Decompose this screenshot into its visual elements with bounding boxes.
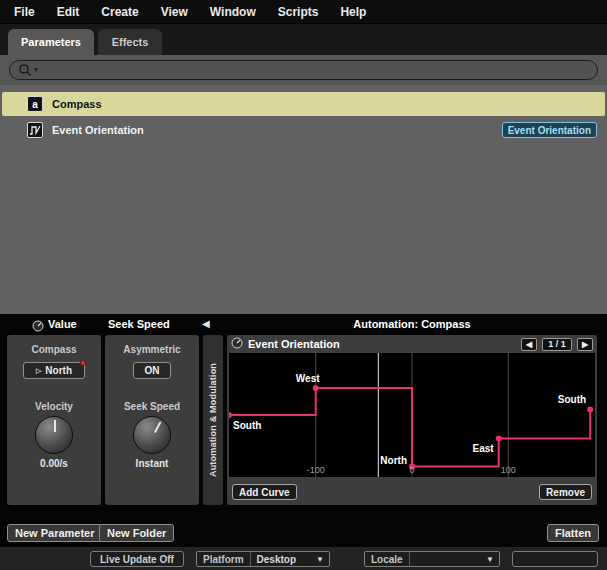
fmod-studio-window: FileEditCreateViewWindowScriptsHelp Para… (0, 0, 607, 570)
compass-value-panel: Compass ▷ North Velocity 0.00/s (7, 335, 101, 505)
search-icon (18, 63, 32, 77)
seek-speed-tab[interactable]: Seek Speed (108, 318, 170, 330)
automation-header: Event Orientation ◀ 1 / 1 ▶ (227, 335, 597, 353)
tab-bar: Parameters Effects (0, 24, 607, 55)
compass-value-dropdown[interactable]: ▷ North (23, 362, 85, 379)
parameter-label: Compass (52, 98, 102, 110)
builtin-parameter-badge: Event Orientation (502, 122, 597, 138)
asymmetric-label: Asymmetric (123, 344, 180, 355)
svg-text:100: 100 (501, 465, 516, 475)
svg-text:0: 0 (409, 465, 414, 475)
menu-scripts[interactable]: Scripts (278, 5, 319, 19)
svg-text:North: North (380, 455, 407, 466)
automation-curve-title: Event Orientation (248, 338, 340, 350)
automation-modulation-tab[interactable]: Automation & Modulation (203, 335, 223, 505)
locale-selector[interactable]: Locale ▼ (364, 551, 500, 567)
velocity-knob[interactable] (35, 416, 73, 454)
status-extra-field[interactable] (512, 551, 598, 567)
remove-curve-button[interactable]: Remove (539, 484, 592, 500)
pager-prev-button[interactable]: ◀ (521, 338, 537, 351)
tab-parameters[interactable]: Parameters (8, 29, 94, 55)
seek-speed-label: Seek Speed (124, 401, 180, 412)
dial-icon (231, 335, 243, 353)
add-curve-button[interactable]: Add Curve (232, 484, 297, 500)
automation-modulation-label: Automation & Modulation (208, 345, 218, 495)
parameter-list: a Compass Event Orientation Event Orient… (0, 85, 607, 314)
compass-selected-value: North (45, 365, 72, 376)
knob-pointer (54, 420, 56, 432)
dial-icon (32, 318, 44, 336)
live-update-button[interactable]: Live Update Off (90, 551, 184, 567)
svg-text:East: East (473, 443, 495, 454)
svg-text:West: West (296, 373, 320, 384)
platform-label: Platform (197, 552, 251, 566)
automation-footer: Add Curve Remove (227, 479, 597, 505)
seek-speed-value: Instant (136, 458, 169, 469)
menu-view[interactable]: View (161, 5, 188, 19)
search-filter-caret-icon[interactable]: ▾ (34, 66, 38, 74)
flatten-button[interactable]: Flatten (547, 524, 599, 542)
parameter-label: Event Orientation (52, 124, 144, 136)
parameter-row-compass[interactable]: a Compass (2, 92, 605, 116)
deck-header: Value Seek Speed ◀ Automation: Compass (0, 316, 607, 333)
menubar: FileEditCreateViewWindowScriptsHelp (0, 0, 607, 24)
velocity-label: Velocity (35, 401, 73, 412)
collapse-deck-button[interactable]: ◀ (202, 318, 210, 329)
parameter-row-event-orientation[interactable]: Event Orientation Event Orientation (2, 118, 605, 142)
svg-text:South: South (233, 420, 261, 431)
dropdown-caret-icon: ▼ (316, 555, 329, 564)
menu-edit[interactable]: Edit (57, 5, 80, 19)
labeled-parameter-icon: a (27, 96, 43, 112)
svg-text:South: South (558, 394, 586, 405)
svg-text:-100: -100 (307, 465, 325, 475)
asymmetric-toggle[interactable]: ON (133, 362, 171, 379)
menu-create[interactable]: Create (101, 5, 138, 19)
tab-effects[interactable]: Effects (98, 29, 162, 55)
seek-speed-panel: Asymmetric ON Seek Speed Instant (105, 335, 199, 505)
locale-label: Locale (365, 552, 410, 566)
menu-file[interactable]: File (14, 5, 35, 19)
compass-panel-title: Compass (31, 344, 76, 355)
dropdown-arrow-icon: ▷ (36, 367, 41, 375)
automation-panel: Event Orientation ◀ 1 / 1 ▶ SouthWestNor… (227, 335, 597, 505)
automation-curve-icon (27, 122, 43, 138)
status-bar: Live Update Off Platform Desktop ▼ Local… (0, 546, 607, 570)
knob-pointer (154, 421, 161, 433)
search-input[interactable]: ▾ (9, 60, 598, 80)
deck-title: Automation: Compass (227, 318, 597, 330)
menu-window[interactable]: Window (210, 5, 256, 19)
search-row: ▾ (0, 55, 607, 85)
value-tab[interactable]: Value (48, 318, 77, 330)
new-folder-button[interactable]: New Folder (99, 524, 174, 542)
seek-speed-knob[interactable] (133, 416, 171, 454)
automation-curve-graph[interactable]: SouthWestNorthEastSouth-1000100 (229, 353, 595, 477)
automation-indicator-dot (80, 360, 86, 366)
pager-page-indicator: 1 / 1 (542, 338, 572, 351)
velocity-value: 0.00/s (40, 458, 68, 469)
platform-selector[interactable]: Platform Desktop ▼ (196, 551, 330, 567)
platform-value: Desktop (251, 554, 317, 565)
menu-help[interactable]: Help (340, 5, 366, 19)
new-parameter-button[interactable]: New Parameter (7, 524, 103, 542)
pager-next-button[interactable]: ▶ (577, 338, 593, 351)
dropdown-caret-icon: ▼ (486, 555, 499, 564)
